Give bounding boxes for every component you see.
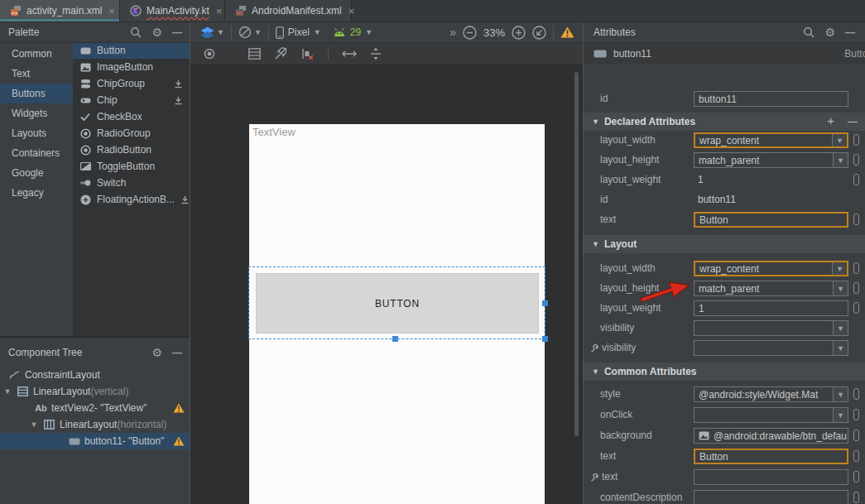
section-layout[interactable]: ▼ Layout: [584, 235, 865, 253]
section-common-attributes[interactable]: ▼ Common Attributes: [584, 362, 865, 381]
view-options-eye-icon[interactable]: [202, 49, 217, 59]
resource-picker-icon[interactable]: [853, 134, 859, 146]
tools-visibility-dropdown[interactable]: ▼: [694, 340, 848, 356]
palette-item-radiobutton[interactable]: RadioButton: [73, 142, 190, 158]
zoom-out-icon[interactable]: [463, 26, 477, 40]
text-input[interactable]: Button: [694, 212, 848, 228]
expander-icon[interactable]: ▼: [3, 387, 12, 396]
gear-icon[interactable]: ⚙: [151, 347, 162, 358]
palette-item-radiogroup[interactable]: RadioGroup: [73, 125, 190, 142]
remove-attribute-icon[interactable]: —: [848, 113, 858, 130]
palette-category-legacy[interactable]: Legacy: [0, 183, 73, 203]
text-input[interactable]: Button: [694, 449, 848, 464]
design-vertical-scrollbar[interactable]: [574, 72, 579, 436]
resize-handle-bottom[interactable]: [392, 336, 398, 342]
palette-item-imagebutton[interactable]: ImageButton: [73, 59, 190, 75]
resize-handle-right[interactable]: [542, 300, 548, 306]
palette-item-button[interactable]: Button: [73, 42, 190, 59]
canvas-button[interactable]: BUTTON: [256, 273, 539, 334]
palette-category-layouts[interactable]: Layouts: [0, 123, 73, 143]
zoom-to-fit-icon[interactable]: [532, 26, 546, 40]
visibility-dropdown[interactable]: ▼: [694, 320, 848, 336]
device-selector[interactable]: Pixel ▼: [276, 26, 321, 39]
resource-picker-icon[interactable]: [853, 262, 859, 274]
resource-picker-icon[interactable]: [853, 174, 859, 185]
tab-androidmanifest-xml[interactable]: MF AndroidManifest.xml ×: [225, 0, 352, 22]
close-icon[interactable]: ×: [347, 5, 357, 17]
resource-picker-icon[interactable]: [853, 471, 859, 482]
palette-item-chipgroup[interactable]: ChipGroup: [73, 75, 190, 92]
palette-category-text[interactable]: Text: [0, 64, 73, 84]
layout-width-dropdown[interactable]: wrap_content▼: [694, 132, 848, 148]
minimize-icon[interactable]: —: [845, 26, 855, 38]
resource-picker-icon[interactable]: [853, 302, 859, 314]
tree-node-constraintlayout[interactable]: ConstraintLayout: [0, 367, 190, 383]
collapse-icon[interactable]: ▼: [592, 240, 599, 248]
tools-text-input[interactable]: [694, 469, 848, 485]
resize-handle-corner[interactable]: [542, 336, 548, 342]
zoom-in-icon[interactable]: [512, 26, 526, 40]
resource-picker-icon[interactable]: [853, 430, 859, 441]
collapse-icon[interactable]: ▼: [592, 367, 599, 376]
resource-picker-icon[interactable]: [853, 450, 859, 462]
warning-icon[interactable]: [173, 436, 185, 446]
gear-icon[interactable]: ⚙: [151, 26, 162, 38]
pack-distribute-icon[interactable]: [370, 47, 382, 60]
content-description-input[interactable]: [694, 490, 848, 504]
tree-node-button11[interactable]: button11- "Button": [0, 433, 190, 449]
layout-weight-input[interactable]: 1: [694, 300, 848, 316]
blueprint-grid-icon[interactable]: [248, 48, 261, 60]
resource-picker-icon[interactable]: [853, 492, 859, 503]
background-input[interactable]: @android:drawable/btn_defau: [694, 428, 848, 444]
palette-category-common[interactable]: Common: [0, 44, 73, 64]
section-declared-attributes[interactable]: ▼ Declared Attributes + —: [584, 113, 865, 131]
resource-picker-icon[interactable]: [853, 214, 859, 225]
warning-icon[interactable]: [560, 26, 574, 38]
autoconnect-off-magnet-icon[interactable]: [274, 47, 288, 60]
design-mode-icon[interactable]: ▼: [200, 26, 224, 38]
id-input[interactable]: button11: [694, 91, 848, 107]
device-screen-canvas[interactable]: TextView BUTTON: [249, 124, 545, 504]
tree-node-textview2[interactable]: Ab textView2- "TextView": [0, 400, 190, 416]
tab-mainactivity-kt[interactable]: MainActivity.kt ×: [120, 0, 225, 22]
palette-item-switch[interactable]: Switch: [73, 175, 190, 191]
warning-icon[interactable]: [173, 403, 185, 413]
canvas-textview[interactable]: TextView: [252, 126, 296, 138]
palette-item-floatingactionbutton[interactable]: FloatingActionB...: [73, 191, 190, 208]
clear-constraints-icon[interactable]: [301, 48, 315, 60]
search-icon[interactable]: [803, 26, 815, 38]
default-margins-icon[interactable]: [342, 50, 357, 58]
expander-icon[interactable]: ▼: [30, 420, 38, 429]
search-icon[interactable]: [130, 26, 142, 38]
selection-bounds[interactable]: BUTTON: [248, 266, 545, 339]
id-value[interactable]: button11: [698, 194, 736, 205]
resource-picker-icon[interactable]: [853, 282, 859, 294]
collapse-icon[interactable]: ▼: [592, 118, 599, 126]
layout-height-dropdown[interactable]: match_parent▼: [694, 152, 848, 168]
palette-category-containers[interactable]: Containers: [0, 143, 73, 163]
layout-height-dropdown[interactable]: match_parent▼: [694, 281, 848, 296]
palette-category-buttons[interactable]: Buttons: [0, 84, 73, 103]
tree-node-linearlayout-vertical[interactable]: ▼ LinearLayout(vertical): [0, 383, 190, 400]
close-icon[interactable]: ×: [214, 5, 224, 17]
minimize-icon[interactable]: —: [172, 347, 182, 358]
style-dropdown[interactable]: @android:style/Widget.Mat▼: [694, 386, 848, 402]
resource-picker-icon[interactable]: [853, 409, 859, 420]
resource-picker-icon[interactable]: [853, 388, 859, 400]
palette-category-google[interactable]: Google: [0, 163, 73, 183]
palette-category-widgets[interactable]: Widgets: [0, 103, 73, 123]
add-attribute-icon[interactable]: +: [827, 113, 834, 130]
layout-width-dropdown[interactable]: wrap_content▼: [694, 261, 848, 276]
palette-item-checkbox[interactable]: CheckBox: [73, 108, 190, 125]
toolbar-overflow-chevrons[interactable]: »: [449, 26, 456, 39]
palette-item-togglebutton[interactable]: ToggleButton: [73, 158, 190, 175]
onclick-dropdown[interactable]: ▼: [694, 407, 848, 423]
api-selector[interactable]: 29 ▼: [333, 26, 372, 38]
resource-picker-icon[interactable]: [853, 154, 859, 166]
palette-item-chip[interactable]: Chip: [73, 92, 190, 108]
gear-icon[interactable]: ⚙: [824, 26, 835, 38]
tree-node-linearlayout-horizontal[interactable]: ▼ LinearLayout(horizontal): [0, 416, 190, 433]
minimize-icon[interactable]: —: [172, 26, 182, 38]
orientation-icon[interactable]: ▼: [238, 26, 262, 39]
layout-weight-value[interactable]: 1: [698, 174, 704, 185]
